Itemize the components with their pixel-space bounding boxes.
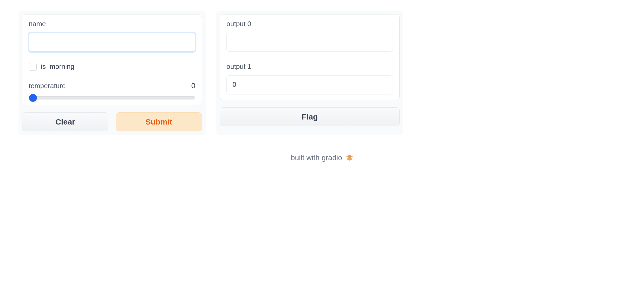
is-morning-label: is_morning	[41, 63, 74, 71]
name-label: name	[29, 20, 195, 28]
footer: built with gradio	[18, 154, 626, 162]
temperature-label: temperature	[29, 82, 66, 90]
temperature-section: temperature 0	[22, 76, 202, 105]
input-button-row: Clear Submit	[22, 112, 202, 131]
output0-box	[226, 33, 393, 52]
output1-label: output 1	[226, 63, 393, 71]
svg-marker-1	[346, 158, 352, 161]
output0-section: output 0	[220, 15, 399, 57]
footer-text: built with gradio	[291, 154, 342, 162]
is-morning-checkbox[interactable]	[29, 63, 37, 71]
output1-section: output 1 0	[220, 57, 399, 100]
flag-button[interactable]: Flag	[220, 107, 400, 126]
name-input[interactable]	[29, 33, 195, 52]
name-section: name	[22, 15, 202, 57]
input-column: name is_morning temperature 0 Clea	[18, 11, 206, 135]
output0-label: output 0	[226, 20, 393, 28]
input-panel: name is_morning temperature 0	[22, 14, 202, 105]
temperature-value: 0	[191, 82, 195, 90]
is-morning-section: is_morning	[22, 57, 202, 76]
output-panel: output 0 output 1 0	[220, 14, 400, 100]
output-column: output 0 output 1 0 Flag	[216, 11, 403, 135]
temperature-slider[interactable]	[29, 96, 195, 99]
gradio-logo-icon	[346, 154, 353, 161]
submit-button[interactable]: Submit	[116, 112, 202, 131]
temperature-slider-thumb[interactable]	[29, 94, 37, 102]
clear-button[interactable]: Clear	[22, 112, 108, 131]
output1-box: 0	[226, 75, 393, 94]
